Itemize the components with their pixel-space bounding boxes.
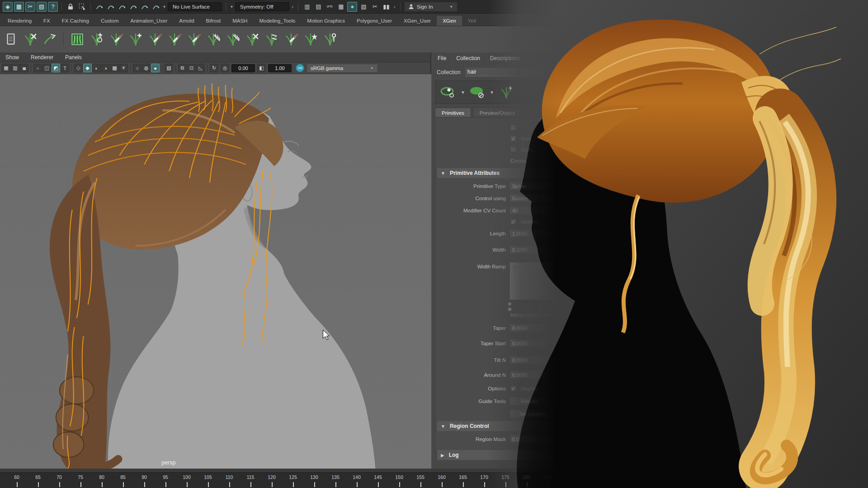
shelf-tab-mash[interactable]: MASH — [226, 16, 253, 26]
grid-toggle-icon[interactable]: ▦ — [2, 64, 10, 72]
cut-tool-icon[interactable]: ✂ — [25, 2, 35, 12]
shelf-tab-animation-user[interactable]: Animation_User — [125, 16, 174, 26]
chevron-right-icon[interactable]: › — [292, 3, 293, 10]
view-transform-dropdown[interactable]: sRGB gamma ▾ — [307, 64, 378, 73]
timeline-frame-label: 120 — [265, 474, 278, 480]
snap-point-icon[interactable] — [117, 2, 127, 12]
render-settings-icon[interactable]: ▦ — [336, 2, 346, 12]
chevron-down-icon[interactable]: ▾ — [231, 4, 233, 9]
xgen-density-brush-icon[interactable] — [225, 31, 241, 47]
shadows-icon[interactable]: ▩ — [110, 64, 119, 72]
xgen-part-brush-icon[interactable] — [283, 31, 299, 47]
snap-grid-icon[interactable] — [94, 2, 104, 12]
marquee-select-icon[interactable] — [77, 2, 87, 12]
xgen-smooth-brush-icon[interactable] — [166, 31, 183, 47]
xgen-menu-collection[interactable]: Collection — [456, 55, 480, 61]
safe-action-icon[interactable]: ◩ — [52, 64, 60, 72]
ipr-render-icon[interactable]: IPR — [325, 2, 335, 12]
shelf-tab-custom[interactable]: Custom — [95, 16, 125, 26]
rendered-hair-overlay — [488, 0, 868, 488]
xgen-menu-file[interactable]: File — [438, 55, 446, 61]
sign-in-button[interactable]: Sign In ▾ — [404, 2, 458, 12]
xgen-add-guide-icon[interactable] — [89, 31, 105, 47]
xgen-comb-brush-icon[interactable] — [147, 31, 163, 47]
xgen-open-editor-icon[interactable] — [69, 31, 85, 47]
layout-grid-icon[interactable]: ▦ — [14, 2, 24, 12]
shaded-mode-icon[interactable]: ◆ — [83, 64, 92, 72]
xgen-export-collection-icon[interactable] — [42, 31, 58, 47]
shelf-tab-fx-caching[interactable]: FX Caching — [56, 16, 95, 26]
resolution-gate-icon[interactable]: ◙ — [20, 64, 28, 72]
multisample-icon[interactable]: ◍ — [142, 64, 151, 72]
menu-show[interactable]: Show — [5, 54, 19, 61]
xgen-cut-brush-icon[interactable] — [205, 31, 222, 47]
viewport-canvas[interactable]: persp — [0, 74, 431, 469]
xgen-add-primitive-icon[interactable] — [127, 31, 144, 47]
exposure-triangle-icon[interactable]: ◺ — [196, 64, 205, 72]
chevron-right-icon[interactable]: › — [393, 3, 395, 10]
snap-plane-icon[interactable] — [128, 2, 138, 12]
safe-title-icon[interactable]: T — [61, 64, 69, 72]
view-transform-value: sRGB gamma — [311, 66, 343, 71]
menu-renderer[interactable]: Renderer — [31, 54, 53, 61]
xray-icon[interactable]: ⧉ — [178, 64, 187, 72]
gamma-icon[interactable]: ◧ — [257, 64, 266, 72]
xgen-place-guide-icon[interactable] — [322, 31, 338, 47]
color-management-on-icon[interactable]: ON — [296, 64, 304, 72]
xgen-freeze-brush-icon[interactable] — [302, 31, 319, 47]
isolate-select-icon[interactable]: ▧ — [165, 64, 173, 72]
timeline-frame-label: 70 — [53, 474, 66, 480]
motion-blur-icon[interactable]: ○ — [133, 64, 142, 72]
wireframe-icon[interactable]: ◇ — [74, 64, 83, 72]
xgen-curl-brush-icon[interactable] — [264, 31, 280, 47]
pause-icon[interactable]: ▮▮ — [381, 2, 391, 12]
snap-view-icon[interactable] — [140, 2, 150, 12]
shelf-tab-fx[interactable]: FX — [38, 16, 56, 26]
refresh-icon[interactable]: ↻ — [210, 64, 218, 72]
exposure-icon[interactable]: ◎ — [221, 64, 229, 72]
help-icon[interactable]: ? — [48, 2, 58, 12]
make-live-icon[interactable] — [151, 2, 161, 12]
gamma-field[interactable]: 1.00 — [268, 64, 292, 72]
shelf-tab-polygons-user[interactable]: Polygons_User — [351, 16, 398, 26]
shelf-tab-rendering[interactable]: Rendering — [2, 16, 38, 26]
depth-of-field-icon[interactable]: ● — [151, 64, 160, 72]
menu-panels[interactable]: Panels — [65, 54, 82, 61]
render-current-frame-icon[interactable]: ▤ — [313, 2, 323, 12]
gate-mask-icon[interactable]: ▫ — [33, 64, 42, 72]
primitive-visibility-icon[interactable] — [468, 83, 487, 101]
symmetry-dropdown[interactable]: Symmetry: Off — [235, 2, 289, 11]
live-surface-dropdown[interactable]: No Live Surface — [168, 2, 222, 11]
shelf-tab-xgen-user[interactable]: XGen_User — [398, 16, 437, 26]
xgen-groom-brush-icon[interactable] — [108, 31, 124, 47]
lock-icon[interactable] — [66, 2, 75, 12]
render-sequence-icon[interactable]: ▧ — [359, 2, 368, 12]
clapperboard-icon[interactable]: ▤ — [37, 2, 47, 12]
cut-graph-icon[interactable]: ✂ — [370, 2, 380, 12]
tab-primitives[interactable]: Primitives — [435, 108, 471, 117]
textured-mode-icon[interactable]: ◐ — [92, 64, 101, 72]
shelf-tab-arnold[interactable]: Arnold — [173, 16, 200, 26]
chevron-down-icon[interactable]: ▾ — [163, 4, 165, 9]
xray-joints-icon[interactable]: ⊡ — [187, 64, 196, 72]
workspace-diamond-icon[interactable]: ◈ — [3, 2, 13, 12]
field-chart-icon[interactable]: ◫ — [42, 64, 51, 72]
chevron-down-icon[interactable]: ▼ — [461, 90, 465, 95]
xgen-delete-description-icon[interactable] — [22, 31, 38, 47]
new-document-icon[interactable] — [3, 31, 19, 47]
guide-visibility-icon[interactable] — [439, 83, 458, 101]
shelf-tab-bifrost[interactable]: Bifrost — [200, 16, 227, 26]
shelf-tab-yeti[interactable]: Yeti — [462, 16, 482, 26]
shelf-tab-xgen[interactable]: XGen — [437, 16, 462, 26]
ambient-occlusion-icon[interactable]: ☀ — [119, 64, 128, 72]
xgen-noise-brush-icon[interactable] — [244, 31, 260, 47]
snap-curve-icon[interactable] — [106, 2, 116, 12]
exposure-field[interactable]: 0.00 — [231, 64, 255, 72]
film-gate-icon[interactable]: ▥ — [11, 64, 19, 72]
shelf-tab-motion-graphics[interactable]: Motion Graphics — [301, 16, 351, 26]
xgen-length-brush-icon[interactable] — [186, 31, 202, 47]
use-all-lights-icon[interactable]: ◑ — [101, 64, 110, 72]
open-render-view-icon[interactable]: ▥ — [302, 2, 312, 12]
shelf-tab-modeling-tools[interactable]: Modeling_Tools — [253, 16, 301, 26]
render-sphere-icon[interactable]: ● — [347, 2, 357, 12]
